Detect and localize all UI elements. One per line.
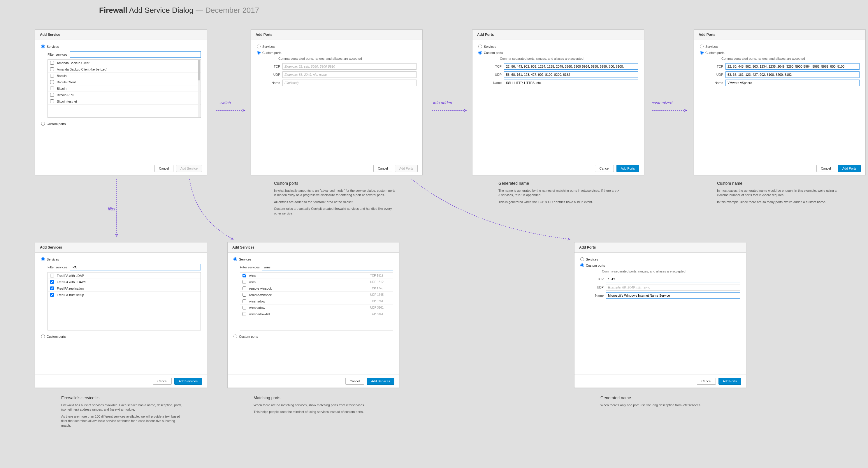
cancel-button[interactable]: Cancel	[345, 378, 364, 385]
radio-custom-ports[interactable]	[580, 263, 584, 267]
radio-custom-ports[interactable]	[700, 51, 704, 55]
radio-custom-ports-label[interactable]: Custom ports	[239, 335, 258, 338]
add-ports-button[interactable]: Add Ports	[718, 378, 741, 385]
service-item[interactable]: remote-winsockTCP 1745	[240, 285, 393, 292]
cancel-button[interactable]: Cancel	[816, 165, 835, 172]
cancel-button[interactable]: Cancel	[697, 378, 716, 385]
tcp-input[interactable]	[725, 63, 860, 70]
add-service-button[interactable]: Add Service	[176, 165, 202, 172]
service-checkbox[interactable]	[50, 286, 54, 290]
radio-custom-ports-label[interactable]: Custom ports	[46, 335, 66, 338]
filter-input[interactable]	[262, 264, 393, 271]
radio-custom-ports[interactable]	[478, 51, 482, 55]
service-item[interactable]: winshadowTCP 3261	[240, 298, 393, 305]
service-checkbox[interactable]	[50, 93, 54, 97]
cancel-button[interactable]: Cancel	[154, 165, 173, 172]
service-checkbox[interactable]	[243, 299, 246, 303]
service-checkbox[interactable]	[50, 280, 54, 284]
name-input[interactable]	[282, 80, 416, 86]
radio-services[interactable]	[580, 257, 584, 261]
dialog-title: Add Ports	[694, 30, 865, 40]
service-item[interactable]: Amanda Backup Client	[48, 60, 200, 66]
udp-input[interactable]	[504, 71, 638, 78]
service-checkbox[interactable]	[243, 306, 246, 310]
tcp-input[interactable]	[282, 63, 416, 70]
add-ports-button[interactable]: Add Ports	[838, 165, 861, 172]
service-item[interactable]: remote-winsockUDP 1745	[240, 292, 393, 298]
service-checkbox[interactable]	[243, 274, 246, 277]
filter-label: Filter services	[48, 266, 67, 269]
cancel-button[interactable]: Cancel	[373, 165, 392, 172]
radio-services-label[interactable]: Services	[46, 258, 59, 261]
add-ports-button[interactable]: Add Ports	[395, 165, 418, 172]
name-label: Name	[269, 81, 280, 85]
radio-services[interactable]	[234, 257, 237, 261]
service-list[interactable]: Amanda Backup ClientAmanda Backup Client…	[48, 59, 201, 118]
radio-custom-ports-label[interactable]: Custom ports	[262, 51, 281, 55]
udp-input[interactable]	[725, 71, 860, 78]
service-checkbox[interactable]	[243, 280, 246, 284]
service-checkbox[interactable]	[243, 286, 246, 290]
add-services-button[interactable]: Add Services	[367, 378, 394, 385]
radio-services-label[interactable]: Services	[484, 45, 496, 49]
add-ports-button[interactable]: Add Ports	[616, 165, 639, 172]
cancel-button[interactable]: Cancel	[595, 165, 614, 172]
filter-input[interactable]	[70, 264, 201, 271]
service-checkbox[interactable]	[50, 87, 54, 90]
service-checkbox[interactable]	[50, 67, 54, 71]
service-item[interactable]: Bitcoin RPC	[48, 92, 200, 98]
service-checkbox[interactable]	[243, 293, 246, 297]
ports-hint: Comma-separated ports, ranges, and alias…	[278, 57, 416, 60]
service-item[interactable]: winsTCP 1512	[240, 273, 393, 279]
service-item[interactable]: FreeIPA with LDAP	[48, 273, 200, 279]
name-input[interactable]	[504, 80, 638, 86]
udp-input[interactable]	[606, 284, 740, 290]
service-item[interactable]: Amanda Backup Client (kerberized)	[48, 66, 200, 72]
radio-services-label[interactable]: Services	[239, 258, 251, 261]
radio-services[interactable]	[257, 44, 260, 49]
radio-custom-ports[interactable]	[257, 51, 260, 55]
service-list[interactable]: FreeIPA with LDAPFreeIPA with LDAPSFreeI…	[48, 272, 201, 331]
radio-services-label[interactable]: Services	[262, 45, 275, 49]
radio-custom-ports-label[interactable]: Custom ports	[484, 51, 503, 55]
service-item[interactable]: FreeIPA with LDAPS	[48, 279, 200, 285]
udp-input[interactable]	[282, 71, 416, 78]
tcp-input[interactable]	[504, 63, 638, 70]
radio-custom-ports-label[interactable]: Custom ports	[586, 264, 605, 267]
radio-services-label[interactable]: Services	[46, 45, 59, 49]
radio-services[interactable]	[700, 44, 704, 49]
service-checkbox[interactable]	[50, 61, 54, 65]
radio-custom-ports[interactable]	[41, 335, 45, 338]
service-checkbox[interactable]	[50, 80, 54, 84]
radio-custom-ports-label[interactable]: Custom ports	[705, 51, 724, 55]
service-checkbox[interactable]	[50, 74, 54, 77]
service-checkbox[interactable]	[50, 293, 54, 297]
service-item[interactable]: Bacula	[48, 72, 200, 79]
tcp-input[interactable]	[606, 276, 740, 282]
service-list[interactable]: winsTCP 1512winsUDP 1512remote-winsockTC…	[240, 272, 393, 331]
service-checkbox[interactable]	[50, 274, 54, 277]
service-checkbox[interactable]	[50, 99, 54, 103]
cancel-button[interactable]: Cancel	[153, 378, 172, 385]
radio-services[interactable]	[478, 44, 482, 49]
radio-custom-ports-label[interactable]: Custom ports	[46, 122, 66, 126]
radio-custom-ports[interactable]	[234, 335, 237, 338]
radio-services-label[interactable]: Services	[586, 258, 598, 261]
filter-input[interactable]	[70, 51, 201, 58]
service-item[interactable]: Bacula Client	[48, 79, 200, 85]
service-item[interactable]: Bitcoin testnet	[48, 98, 200, 104]
service-checkbox[interactable]	[243, 312, 246, 316]
add-services-button[interactable]: Add Services	[174, 378, 202, 385]
service-item[interactable]: winshadowUDP 3261	[240, 305, 393, 311]
radio-services[interactable]	[41, 257, 45, 261]
radio-custom-ports[interactable]	[41, 122, 45, 126]
service-item[interactable]: winsUDP 1512	[240, 279, 393, 285]
name-input[interactable]	[606, 292, 740, 299]
service-item[interactable]: Bitcoin	[48, 85, 200, 92]
service-item[interactable]: FreeIPA replication	[48, 285, 200, 292]
service-item[interactable]: winshadow-hdTCP 3861	[240, 311, 393, 317]
service-item[interactable]: FreeIPA trust setup	[48, 292, 200, 298]
radio-services-label[interactable]: Services	[705, 45, 718, 49]
name-input[interactable]	[725, 80, 860, 86]
radio-services[interactable]	[41, 44, 45, 49]
